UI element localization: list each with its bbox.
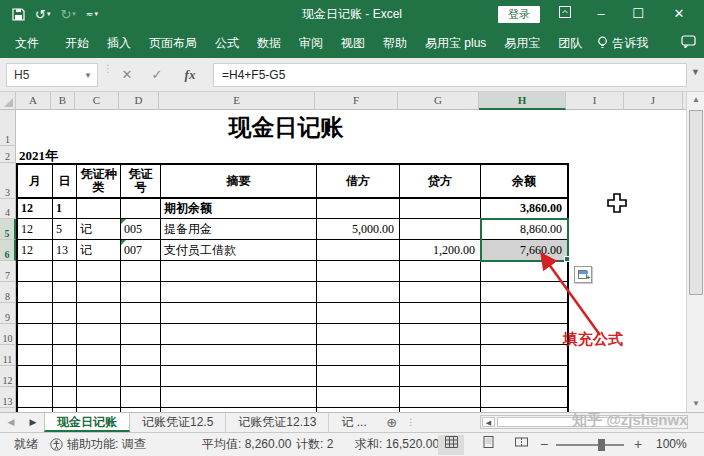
empty-cell[interactable]	[317, 387, 400, 408]
maximize-button[interactable]: ☐	[621, 0, 655, 28]
empty-cell[interactable]	[161, 345, 317, 366]
empty-cell[interactable]	[317, 366, 400, 387]
next-sheet-icon[interactable]: ▶	[22, 413, 44, 432]
empty-cell[interactable]	[18, 303, 53, 324]
row-header-4[interactable]: 4	[0, 199, 16, 219]
empty-cell[interactable]	[121, 261, 161, 282]
insert-function-icon[interactable]: fx	[178, 63, 202, 87]
empty-cell[interactable]	[53, 387, 77, 408]
close-button[interactable]: ✕	[662, 0, 696, 28]
cell-h5-active[interactable]: 8,860.00	[481, 219, 567, 240]
normal-view-icon[interactable]	[438, 435, 464, 455]
hdr-credit[interactable]: 贷方	[400, 165, 481, 199]
tab-page-layout[interactable]: 页面布局	[140, 28, 206, 58]
select-all-button[interactable]	[0, 92, 16, 109]
empty-cell[interactable]	[481, 366, 567, 387]
prev-sheet-icon[interactable]: ◀	[0, 413, 22, 432]
empty-cell[interactable]	[317, 324, 400, 345]
scroll-up-icon[interactable]: ▲	[688, 92, 704, 108]
cell-g6[interactable]: 1,200.00	[400, 240, 481, 261]
empty-cell[interactable]	[400, 345, 481, 366]
tab-team[interactable]: 团队	[549, 28, 591, 58]
empty-cell[interactable]	[121, 324, 161, 345]
empty-cell[interactable]	[400, 366, 481, 387]
hdr-balance[interactable]: 余额	[481, 165, 567, 199]
col-header-a[interactable]: A	[16, 92, 51, 110]
cell-h6-selected[interactable]: 7,660.00	[481, 240, 567, 261]
minimize-button[interactable]: –	[584, 0, 618, 28]
sheet-tab-truncated[interactable]: 记 ...	[329, 413, 378, 432]
empty-cell[interactable]	[18, 345, 53, 366]
name-box-dropdown-icon[interactable]: ▼	[84, 64, 92, 88]
tab-view[interactable]: 视图	[332, 28, 374, 58]
empty-cell[interactable]	[400, 282, 481, 303]
empty-cell[interactable]	[317, 345, 400, 366]
sheet-title-cell[interactable]: 现金日记账	[16, 110, 556, 146]
ribbon-display-options-icon[interactable]	[548, 0, 582, 28]
cancel-icon[interactable]: ✕	[115, 63, 139, 87]
cell-d4[interactable]	[121, 199, 161, 219]
row-header-9[interactable]: 9	[0, 303, 16, 324]
cell-c4[interactable]	[77, 199, 121, 219]
hdr-summary[interactable]: 摘要	[161, 165, 317, 199]
row-header-5[interactable]: 5	[0, 219, 16, 240]
tab-home[interactable]: 开始	[56, 28, 98, 58]
empty-cell[interactable]	[481, 282, 567, 303]
empty-cell[interactable]	[481, 261, 567, 282]
empty-cell[interactable]	[481, 324, 567, 345]
tab-review[interactable]: 审阅	[290, 28, 332, 58]
formula-bar-splitter[interactable]: ⋮	[103, 66, 113, 72]
autofill-options-button[interactable]: +	[574, 266, 592, 283]
sheet-tab-voucher-12-5[interactable]: 记账凭证12.5	[130, 413, 226, 432]
cell-c5[interactable]: 记	[77, 219, 121, 240]
cell-g4[interactable]	[400, 199, 481, 219]
row-header-10[interactable]: 10	[0, 324, 16, 345]
row-header-13[interactable]: 13	[0, 387, 16, 408]
comment-icon[interactable]	[681, 35, 696, 51]
row-header-12[interactable]: 12	[0, 366, 16, 387]
row-header-3[interactable]: 3	[0, 163, 16, 199]
empty-cell[interactable]	[53, 366, 77, 387]
cell-a6[interactable]: 12	[18, 240, 53, 261]
empty-cell[interactable]	[18, 324, 53, 345]
empty-cell[interactable]	[317, 303, 400, 324]
cell-e6[interactable]: 支付员工借款	[161, 240, 317, 261]
new-sheet-icon[interactable]: ⊕	[379, 413, 405, 432]
row-header-1[interactable]: 1	[0, 110, 16, 146]
empty-cell[interactable]	[161, 324, 317, 345]
cell-d6[interactable]: 007	[121, 240, 161, 261]
cell-g5[interactable]	[400, 219, 481, 240]
cell-f5[interactable]: 5,000.00	[317, 219, 400, 240]
sheet-tab-cash-journal[interactable]: 现金日记账	[44, 413, 130, 432]
empty-cell[interactable]	[77, 324, 121, 345]
row-header-8[interactable]: 8	[0, 282, 16, 303]
empty-cell[interactable]	[18, 387, 53, 408]
cell-d5[interactable]: 005	[121, 219, 161, 240]
cell-b6[interactable]: 13	[53, 240, 77, 261]
cell-a4[interactable]: 12	[18, 199, 53, 219]
hdr-debit[interactable]: 借方	[317, 165, 400, 199]
tab-yyb[interactable]: 易用宝	[495, 28, 549, 58]
zoom-out-icon[interactable]: −	[540, 433, 548, 456]
empty-cell[interactable]	[53, 282, 77, 303]
empty-cell[interactable]	[161, 261, 317, 282]
cell-c6[interactable]: 记	[77, 240, 121, 261]
cell-b5[interactable]: 5	[53, 219, 77, 240]
empty-cell[interactable]	[121, 366, 161, 387]
fill-handle[interactable]	[564, 256, 570, 262]
tab-file[interactable]: 文件	[6, 28, 48, 58]
expand-formula-bar-icon[interactable]: ▼	[691, 67, 700, 77]
page-layout-view-icon[interactable]	[475, 435, 501, 455]
tab-insert[interactable]: 插入	[98, 28, 140, 58]
hdr-voucher-no[interactable]: 凭证号	[121, 165, 161, 199]
empty-cell[interactable]	[161, 303, 317, 324]
empty-cell[interactable]	[400, 261, 481, 282]
empty-cell[interactable]	[317, 282, 400, 303]
vertical-scrollbar[interactable]: ▲ ▼	[686, 92, 704, 412]
empty-cell[interactable]	[18, 366, 53, 387]
zoom-level[interactable]: 100%	[656, 433, 687, 456]
col-header-c[interactable]: C	[75, 92, 119, 110]
empty-cell[interactable]	[53, 261, 77, 282]
hdr-voucher-type[interactable]: 凭证种类	[77, 165, 121, 199]
empty-cell[interactable]	[161, 282, 317, 303]
